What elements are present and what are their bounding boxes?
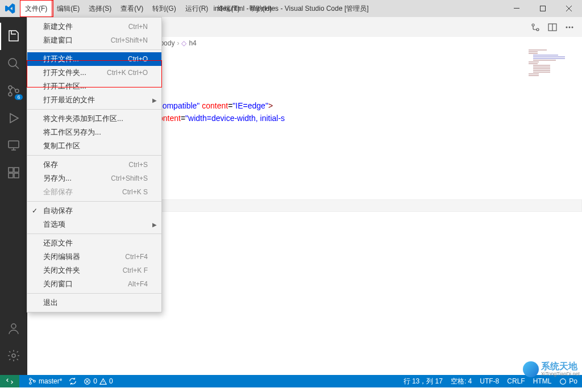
menu-run[interactable]: 运行(R)	[181, 0, 213, 17]
eol-status[interactable]: CRLF	[507, 377, 525, 385]
watermark-logo: 系统天地 XiTongTianDi.net	[523, 361, 580, 377]
menu-separator	[27, 293, 161, 294]
menu-separator	[27, 201, 161, 202]
breadcrumb-h4[interactable]: h4	[189, 39, 196, 47]
svg-point-4	[9, 93, 12, 96]
menu-item-shortcut: Ctrl+F4	[125, 253, 148, 261]
menu-separator	[27, 155, 161, 156]
problems-status[interactable]: 0 0	[84, 377, 113, 385]
file-menu-item[interactable]: 另存为...Ctrl+Shift+S	[27, 172, 161, 185]
svg-point-11	[11, 324, 16, 328]
menu-item-label: 将文件夹添加到工作区...	[43, 114, 123, 124]
menu-item-label: 打开文件...	[43, 54, 79, 64]
svg-rect-0	[514, 8, 519, 9]
git-sync-status[interactable]	[69, 377, 77, 385]
git-branch-status[interactable]: master*	[28, 377, 62, 385]
menu-item-shortcut: Alt+F4	[128, 280, 148, 288]
menu-item-label: 新建文件	[43, 22, 73, 32]
extensions-icon[interactable]	[0, 159, 27, 186]
check-icon: ✓	[32, 207, 38, 215]
menu-file[interactable]: 文件(F)	[20, 0, 52, 17]
language-mode-status[interactable]: HTML	[533, 377, 552, 385]
menu-edit[interactable]: 编辑(E)	[52, 0, 84, 17]
remote-indicator[interactable]	[0, 375, 19, 387]
ports-status[interactable]: Po	[559, 377, 577, 385]
svg-rect-10	[14, 173, 19, 178]
file-menu-item[interactable]: 还原文件	[27, 236, 161, 250]
remote-explorer-icon[interactable]	[0, 132, 27, 159]
file-menu-item[interactable]: 新建窗口Ctrl+Shift+N	[27, 34, 161, 47]
svg-point-20	[30, 382, 32, 385]
watermark-icon	[523, 361, 539, 377]
compare-changes-icon[interactable]	[531, 23, 540, 32]
file-menu-item[interactable]: 首选项▶	[27, 218, 161, 231]
encoding-status[interactable]: UTF-8	[480, 377, 499, 385]
menu-item-shortcut: Ctrl+Shift+S	[111, 174, 148, 182]
close-button[interactable]	[556, 0, 582, 17]
breadcrumb-body[interactable]: body	[160, 39, 174, 47]
file-menu-item[interactable]: 打开工作区...	[27, 80, 161, 93]
file-menu-item[interactable]: 关闭编辑器Ctrl+F4	[27, 250, 161, 264]
menu-item-shortcut: Ctrl+S	[128, 161, 148, 169]
file-menu-item[interactable]: ✓自动保存	[27, 204, 161, 218]
vscode-app-icon	[0, 0, 20, 17]
chevron-right-icon: ›	[177, 39, 179, 47]
file-menu-item[interactable]: 全部保存Ctrl+K S	[27, 185, 161, 199]
svg-rect-1	[541, 6, 546, 11]
menu-item-label: 另存为...	[43, 173, 72, 184]
file-menu-item[interactable]: 打开文件...Ctrl+O	[27, 52, 161, 66]
svg-point-17	[569, 26, 571, 28]
menu-item-shortcut: Ctrl+Shift+N	[111, 36, 148, 44]
file-menu-item[interactable]: 关闭文件夹Ctrl+K F	[27, 264, 161, 277]
source-control-icon[interactable]: 6	[0, 77, 27, 105]
indentation-status[interactable]: 空格: 4	[451, 377, 472, 386]
menu-item-shortcut: Ctrl+N	[128, 23, 148, 31]
file-menu-item[interactable]: 打开文件夹...Ctrl+K Ctrl+O	[27, 66, 161, 80]
search-icon[interactable]	[0, 50, 27, 77]
menu-item-label: 自动保存	[43, 206, 73, 216]
run-debug-icon[interactable]	[0, 105, 27, 132]
split-editor-icon[interactable]	[548, 23, 557, 32]
file-menu-item[interactable]: 保存Ctrl+S	[27, 158, 161, 172]
menu-item-label: 关闭窗口	[43, 279, 73, 289]
svg-rect-9	[9, 173, 13, 178]
file-menu-item[interactable]: 打开最近的文件▶	[27, 93, 161, 107]
menu-selection[interactable]: 选择(S)	[84, 0, 116, 17]
settings-gear-icon[interactable]	[0, 342, 27, 369]
tab-actions	[531, 23, 582, 32]
svg-point-12	[12, 354, 15, 357]
minimize-button[interactable]	[504, 0, 530, 17]
more-actions-icon[interactable]	[565, 23, 574, 32]
menu-item-label: 将工作区另存为...	[43, 127, 101, 137]
file-menu-item[interactable]: 将工作区另存为...	[27, 126, 161, 139]
activity-bar: 6	[0, 17, 27, 375]
menu-item-shortcut: Ctrl+O	[128, 55, 148, 63]
maximize-button[interactable]	[530, 0, 556, 17]
menu-separator	[27, 233, 161, 234]
window-controls	[504, 0, 582, 17]
scm-badge: 6	[15, 94, 23, 100]
file-menu-item[interactable]: 关闭窗口Alt+F4	[27, 277, 161, 291]
menu-item-label: 新建窗口	[43, 35, 73, 45]
svg-point-13	[532, 24, 534, 26]
explorer-icon[interactable]	[0, 23, 27, 50]
accounts-icon[interactable]	[0, 315, 27, 342]
cursor-position-status[interactable]: 行 13，列 17	[404, 377, 443, 386]
file-menu-item[interactable]: 复制工作区	[27, 139, 161, 153]
minimap[interactable]	[529, 49, 574, 118]
menu-view[interactable]: 查看(V)	[116, 0, 148, 17]
file-menu-item[interactable]: 新建文件Ctrl+N	[27, 20, 161, 34]
svg-rect-8	[14, 168, 19, 172]
menu-item-label: 全部保存	[43, 187, 73, 197]
menu-item-shortcut: Ctrl+K Ctrl+O	[107, 69, 148, 77]
menu-go[interactable]: 转到(G)	[148, 0, 180, 17]
file-menu-item[interactable]: 退出	[27, 296, 161, 310]
menu-separator	[27, 109, 161, 110]
element-icon: ◇	[181, 39, 186, 47]
file-menu-dropdown: 新建文件Ctrl+N新建窗口Ctrl+Shift+N打开文件...Ctrl+O打…	[27, 17, 162, 312]
file-menu-item[interactable]: 将文件夹添加到工作区...	[27, 112, 161, 126]
chevron-right-icon: ▶	[152, 97, 157, 103]
menu-separator	[27, 49, 161, 50]
chevron-right-icon: ▶	[152, 222, 157, 228]
window-title: index.html - my-notes - Visual Studio Co…	[213, 4, 368, 14]
